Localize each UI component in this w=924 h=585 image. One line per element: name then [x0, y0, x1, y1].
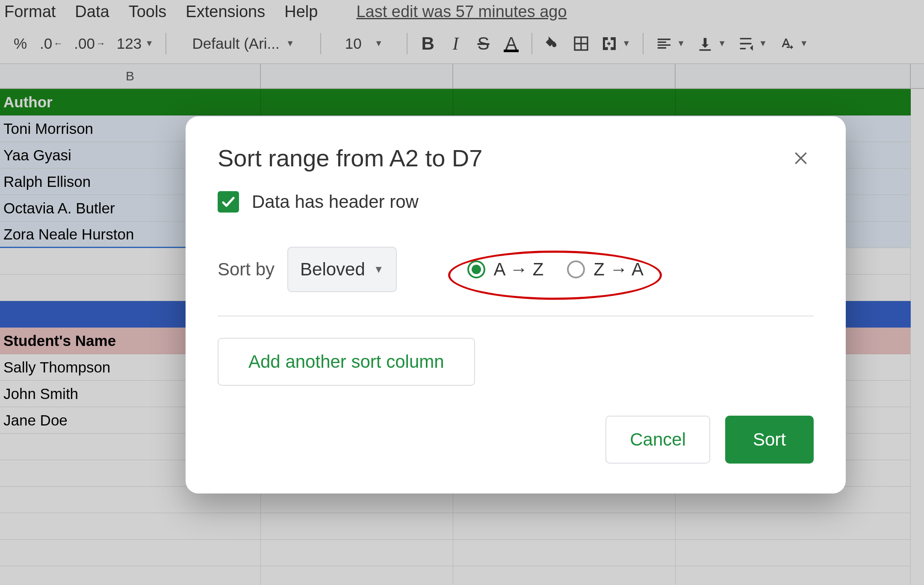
text-wrap-icon: [737, 35, 754, 52]
sort-column-select[interactable]: Beloved ▼: [287, 247, 397, 292]
cell[interactable]: [453, 540, 676, 566]
add-sort-column-button[interactable]: Add another sort column: [218, 338, 475, 386]
radio-za-label: Z → A: [593, 259, 644, 280]
column-header-C[interactable]: [261, 64, 453, 88]
header-row-checkbox[interactable]: [218, 191, 239, 213]
horizontal-align-button[interactable]: ▼: [652, 31, 689, 56]
vertical-align-button[interactable]: ▼: [693, 31, 730, 56]
radio-indicator: [467, 260, 485, 278]
more-formats-button[interactable]: 123▼: [113, 31, 157, 56]
cell[interactable]: [261, 513, 453, 540]
menu-extensions[interactable]: Extensions: [186, 3, 265, 21]
merge-cells-button[interactable]: ▼: [597, 31, 634, 56]
chevron-down-icon: ▼: [374, 263, 384, 275]
font-select[interactable]: Default (Ari...▼: [175, 31, 312, 56]
cell[interactable]: [0, 513, 261, 540]
radio-indicator: [567, 260, 585, 278]
radio-a-to-z[interactable]: A → Z: [467, 259, 544, 280]
last-edit-link[interactable]: Last edit was 57 minutes ago: [356, 3, 567, 21]
sort-button[interactable]: Sort: [725, 416, 814, 464]
toolbar-divider: [531, 33, 532, 54]
table-row: [0, 513, 924, 540]
cell[interactable]: [676, 89, 911, 115]
strikethrough-button[interactable]: S: [472, 31, 495, 56]
cell[interactable]: [453, 566, 676, 585]
text-color-button[interactable]: A: [499, 31, 523, 56]
format-percent-button[interactable]: %: [9, 31, 32, 56]
menu-help[interactable]: Help: [284, 3, 318, 21]
align-left-icon: [655, 35, 673, 52]
menu-data[interactable]: Data: [75, 3, 109, 21]
text-wrap-button[interactable]: ▼: [734, 31, 770, 56]
table-row: [0, 540, 924, 566]
cell[interactable]: [676, 513, 911, 540]
close-button[interactable]: [788, 145, 814, 171]
table-header-row: Author: [0, 89, 924, 115]
cell[interactable]: [261, 540, 453, 566]
cell[interactable]: [0, 540, 261, 566]
borders-button[interactable]: [569, 31, 593, 56]
sort-column-value: Beloved: [300, 259, 365, 280]
dialog-title: Sort range from A2 to D7: [218, 144, 482, 172]
fill-color-button[interactable]: [541, 31, 565, 56]
table-row: [0, 566, 924, 585]
header-row-label: Data has header row: [252, 192, 419, 212]
sort-range-dialog: Sort range from A2 to D7 Data has header…: [186, 116, 846, 493]
menu-format[interactable]: Format: [4, 3, 56, 21]
column-header-B[interactable]: B: [0, 64, 261, 88]
close-icon: [793, 150, 809, 166]
paint-bucket-icon: [544, 35, 561, 52]
column-headers: B: [0, 64, 924, 89]
valign-bottom-icon: [697, 35, 714, 52]
cell[interactable]: [676, 566, 911, 585]
cell[interactable]: [0, 566, 261, 585]
cell[interactable]: [453, 513, 676, 540]
toolbar: % .0← .00→ 123▼ Default (Ari...▼ 10▼ B I…: [0, 24, 924, 64]
column-header-E[interactable]: [676, 64, 911, 88]
toolbar-divider: [643, 33, 644, 54]
cell[interactable]: [676, 540, 911, 566]
borders-icon: [573, 35, 590, 52]
menu-tools[interactable]: Tools: [129, 3, 167, 21]
checkmark-icon: [221, 194, 236, 210]
bold-button[interactable]: B: [416, 31, 440, 56]
cell-author-header[interactable]: Author: [0, 89, 261, 115]
merge-icon: [601, 35, 618, 52]
radio-z-to-a[interactable]: Z → A: [567, 259, 644, 280]
increase-decimal-button[interactable]: .00→: [71, 31, 109, 56]
decrease-decimal-button[interactable]: .0←: [36, 31, 66, 56]
cancel-button[interactable]: Cancel: [605, 416, 710, 464]
menu-bar: Format Data Tools Extensions Help Last e…: [0, 0, 924, 24]
text-rotate-icon: [778, 35, 795, 52]
column-header-D[interactable]: [453, 64, 676, 88]
text-rotation-button[interactable]: ▼: [775, 31, 812, 56]
italic-button[interactable]: I: [444, 31, 467, 56]
cell[interactable]: [453, 89, 676, 115]
sort-order-radio-group: A → Z Z → A: [467, 259, 644, 280]
sort-by-label: Sort by: [218, 259, 275, 280]
radio-az-label: A → Z: [494, 259, 544, 280]
cell[interactable]: [261, 89, 453, 115]
font-size-select[interactable]: 10▼: [330, 31, 398, 56]
toolbar-divider: [407, 33, 407, 54]
divider: [218, 316, 814, 316]
toolbar-divider: [320, 33, 321, 54]
toolbar-divider: [165, 33, 166, 54]
cell[interactable]: [261, 566, 453, 585]
